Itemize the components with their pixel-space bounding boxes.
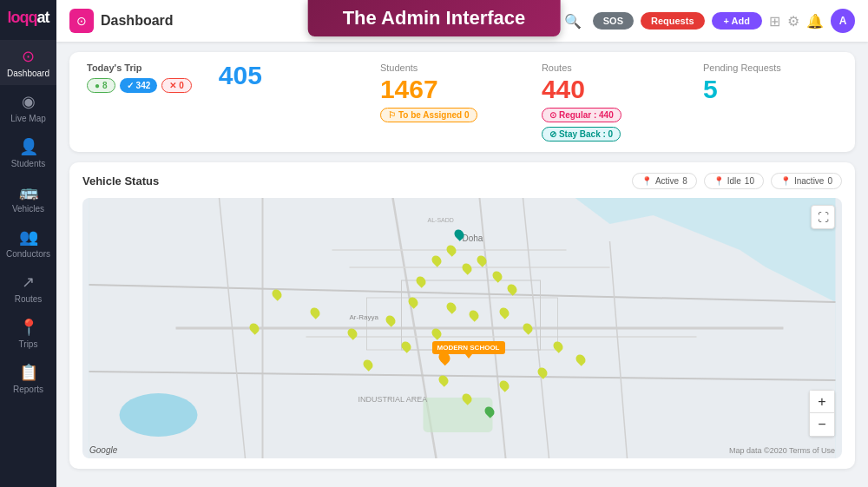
map-pin [308,306,322,319]
completed-badge: ✓ 342 [120,78,158,93]
topbar-page-icon: ⊙ [69,9,94,33]
sidebar-item-dashboard[interactable]: ⊙ Dashboard [0,40,56,85]
sidebar-item-conductors[interactable]: 👥 Conductors [0,220,56,266]
conductors-icon: 👥 [19,227,38,247]
admin-banner: The Admin Interface [308,0,561,36]
google-logo: Google [89,445,117,455]
students-count: 1467 [380,76,515,102]
vehicle-status-card: Vehicle Status 📍 Active 8 📍 Idle 10 📍 In… [69,162,855,469]
map-pin [384,313,398,327]
routes-section: Routes 440 ⊙ Regular : 440 ⊘ Stay Back :… [542,63,676,141]
trip-count-section: 405 [219,63,353,94]
map-zoom-controls: + − [809,390,835,437]
stay-back-icon: ⊘ [549,129,556,139]
avatar[interactable]: A [831,9,855,33]
routes-label: Routes [542,63,676,73]
map-pin [345,326,359,340]
map-pin [399,339,413,353]
to-be-assigned-badge: ⚐ To be Assigned 0 [380,108,477,122]
sidebar-item-trips[interactable]: 📍 Trips [0,311,56,356]
map-pin [490,269,504,283]
logo: loqqat [7,9,49,27]
map-pin [270,287,284,301]
filter-inactive[interactable]: 📍 Inactive 0 [771,173,842,189]
map-pin [247,321,261,335]
topbar-title: Dashboard [101,13,174,29]
map-pin [444,300,458,314]
pin-icon: 📍 [641,176,652,186]
sidebar-item-routes[interactable]: ↗ Routes [0,266,56,311]
map-pin [475,253,489,267]
sidebar-item-live-map[interactable]: ◉ Live Map [0,85,56,130]
stats-row: Today's Trip ● 8 ✓ 342 ✕ 0 [87,63,838,141]
add-button[interactable]: + Add [712,12,762,30]
map-pin [444,243,458,257]
regular-badge: ⊙ Regular : 440 [542,108,621,122]
map-pin [574,352,588,366]
vehicle-status-title: Vehicle Status [82,174,159,188]
sidebar-item-reports[interactable]: 📋 Reports [0,356,56,401]
map-pin [361,358,375,372]
filter-idle[interactable]: 📍 Idle 10 [704,173,764,189]
regular-icon: ⊙ [549,110,556,120]
vehicles-icon: 🚌 [19,182,38,201]
live-map-icon: ◉ [22,92,36,111]
map-pin [497,378,511,392]
map-pin [430,253,444,267]
active-badge-icon: ● [95,81,100,90]
students-label: Students [380,63,515,73]
map-pins-layer: MODERN SCHOOL [82,198,842,458]
sidebar: loqqat ⊙ Dashboard ◉ Live Map 👤 Students… [0,0,56,487]
map-attribution: Map data ©2020 Terms of Use [729,446,835,455]
routes-count: 440 [542,76,676,102]
map-pin [437,373,450,387]
assign-icon: ⚐ [388,110,396,120]
filter-active[interactable]: 📍 Active 8 [632,173,697,189]
status-filters: 📍 Active 8 📍 Idle 10 📍 Inactive 0 [632,173,842,189]
vehicle-status-header: Vehicle Status 📍 Active 8 📍 Idle 10 📍 In… [82,173,842,189]
pending-count: 5 [703,76,838,102]
today-trip-label: Today's Trip [87,63,192,73]
pin-inactive-icon: 📍 [780,176,791,186]
zoom-out-button[interactable]: − [810,413,834,436]
pin-idle-icon: 📍 [713,176,724,186]
cancelled-badge: ✕ 0 [161,78,192,93]
today-trip-badges: ● 8 ✓ 342 ✕ 0 [87,78,192,93]
routes-badges: ⊙ Regular : 440 ⊘ Stay Back : 0 [542,108,676,141]
check-icon: ✓ [127,81,134,90]
settings-icon[interactable]: ⚙ [787,13,799,30]
map-pin [497,306,511,319]
trip-count: 405 [219,63,353,89]
map-pin [536,365,549,379]
students-section: Students 1467 ⚐ To be Assigned 0 [380,63,515,122]
trips-icon: 📍 [19,318,38,337]
map-pin [406,295,420,309]
grid-icon[interactable]: ⊞ [769,13,780,30]
pending-label: Pending Requests [703,63,838,73]
requests-button[interactable]: Requests [641,12,705,30]
pending-section: Pending Requests 5 [703,63,838,108]
map-pin [551,339,565,353]
zoom-in-button[interactable]: + [810,391,834,413]
map-fullscreen-button[interactable]: ⛶ [811,205,835,229]
sidebar-item-vehicles[interactable]: 🚌 Vehicles [0,175,56,220]
map-pin [505,282,519,296]
map-container[interactable]: Doha Ar-Rayya INDUSTRIAL AREA AL-SADD [82,198,842,458]
dashboard-icon: ⊙ [22,47,35,66]
map-pin [521,321,535,335]
map-pin [430,326,444,340]
map-pin [414,274,428,288]
map-pin-green [483,405,496,418]
topbar-actions: 🔍 SOS Requests + Add ⊞ ⚙ 🔔 A [564,9,855,33]
sos-button[interactable]: SOS [593,12,634,30]
sidebar-item-students[interactable]: 👤 Students [0,130,56,175]
routes-icon: ↗ [22,273,35,292]
map-pin [467,308,481,322]
map-pin [460,392,474,405]
school-label: MODERN SCHOOL [432,341,505,354]
search-icon[interactable]: 🔍 [564,13,582,30]
banner-title: The Admin Interface [343,7,526,29]
notifications-icon[interactable]: 🔔 [806,13,824,30]
stats-card: Today's Trip ● 8 ✓ 342 ✕ 0 [69,52,855,152]
map-pin-teal [452,227,466,241]
